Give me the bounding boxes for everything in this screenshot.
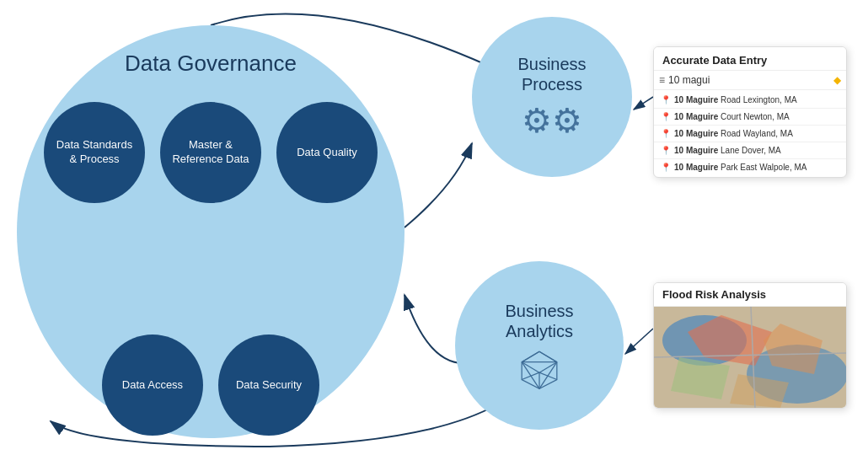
address-item-2: 📍 10 Maguire Court Newton, MA: [654, 109, 846, 126]
address-item-3: 📍 10 Maguire Road Wayland, MA: [654, 126, 846, 142]
flood-card: Flood Risk Analysis: [653, 282, 847, 409]
gem-icon: [518, 348, 560, 390]
pin-icon: 📍: [661, 146, 671, 155]
circle-data-security: Data Security: [218, 335, 319, 436]
data-entry-card: Accurate Data Entry ≡ 10 magui ◆ 📍 10 Ma…: [653, 46, 847, 178]
address-item-1: 📍 10 Maguire Road Lexington, MA: [654, 92, 846, 109]
menu-icon: ≡: [659, 74, 665, 86]
address-bold: 10 Maguire: [674, 95, 718, 104]
circle-data-access: Data Access: [102, 335, 203, 436]
governance-title: Data Governance: [125, 51, 297, 77]
flood-map: [654, 307, 846, 408]
gear-icon: ⚙︎⚙: [522, 101, 582, 140]
svg-line-12: [539, 372, 557, 379]
svg-line-8: [522, 362, 539, 373]
data-entry-card-title: Accurate Data Entry: [654, 47, 846, 71]
address-item-4: 📍 10 Maguire Lane Dover, MA: [654, 142, 846, 159]
svg-line-5: [539, 351, 557, 362]
pin-icon: 📍: [661, 112, 671, 121]
business-analytics-title: Business Analytics: [505, 301, 573, 341]
business-analytics-circle: Business Analytics: [455, 261, 624, 430]
inner-circles-top: Data Standards & Process Master & Refere…: [44, 102, 378, 319]
governance-circle: Data Governance Data Standards & Process…: [17, 25, 405, 438]
circle-data-quality: Data Quality: [276, 102, 378, 203]
flood-card-title: Flood Risk Analysis: [654, 283, 846, 307]
address-list: 📍 10 Maguire Road Lexington, MA 📍 10 Mag…: [654, 90, 846, 177]
diagram-container: Data Governance Data Standards & Process…: [0, 0, 868, 471]
circle-master-reference: Master & Reference Data: [160, 102, 261, 203]
flood-map-visual: [654, 307, 846, 408]
circle-data-standards: Data Standards & Process: [44, 102, 145, 203]
pin-icon: 📍: [661, 163, 671, 172]
address-item-5: 📍 10 Maguire Park East Walpole, MA: [654, 159, 846, 175]
svg-line-9: [539, 362, 557, 373]
pin-icon: 📍: [661, 129, 671, 138]
business-process-title: Business Process: [517, 54, 586, 94]
pin-icon: 📍: [661, 95, 671, 104]
search-bar: ≡ 10 magui ◆: [654, 71, 846, 90]
svg-line-11: [522, 372, 539, 379]
search-suffix-icon: ◆: [833, 74, 841, 86]
inner-circles-bottom: Data Access Data Security: [102, 335, 319, 436]
business-process-circle: Business Process ⚙︎⚙: [472, 17, 632, 177]
search-input-value: 10 magui: [668, 74, 830, 86]
svg-line-4: [522, 351, 539, 362]
